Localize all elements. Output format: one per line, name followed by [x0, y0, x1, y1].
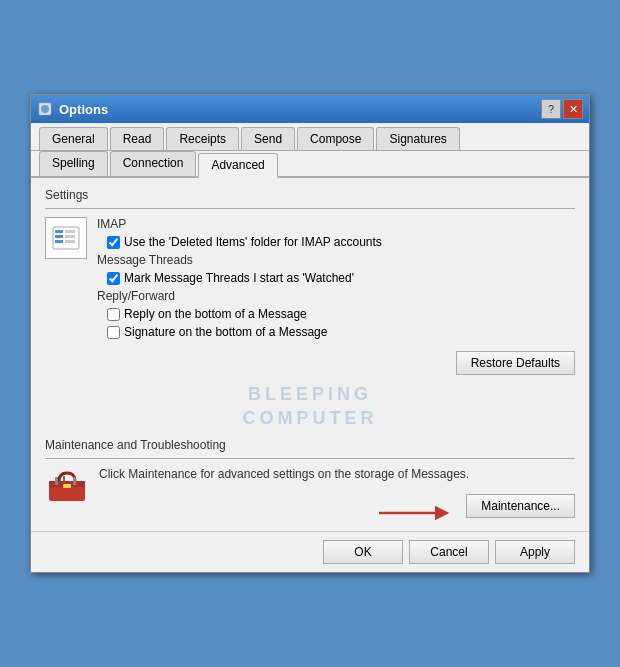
watermark-line1: BLEEPING	[45, 383, 575, 406]
maintenance-divider	[45, 458, 575, 459]
maintenance-text-area: Click Maintenance for advanced settings …	[99, 467, 575, 521]
reply-checkbox[interactable]	[107, 308, 120, 321]
svg-rect-14	[73, 477, 76, 485]
restore-row: Restore Defaults	[45, 351, 575, 375]
svg-rect-8	[65, 240, 75, 243]
apply-button[interactable]: Apply	[495, 540, 575, 564]
cancel-button[interactable]: Cancel	[409, 540, 489, 564]
tab-compose[interactable]: Compose	[297, 127, 374, 150]
svg-rect-4	[55, 235, 63, 238]
reply-checkbox-label: Reply on the bottom of a Message	[124, 307, 307, 321]
svg-rect-11	[63, 484, 71, 488]
imap-checkbox-row: Use the 'Deleted Items' folder for IMAP …	[107, 235, 575, 249]
list-icon	[51, 223, 81, 253]
watermark: BLEEPING COMPUTER	[45, 383, 575, 430]
svg-rect-5	[55, 240, 63, 243]
title-buttons: ? ✕	[541, 99, 583, 119]
maintenance-button[interactable]: Maintenance...	[466, 494, 575, 518]
options-window: Options ? ✕ General Read Receipts Send C…	[30, 94, 590, 573]
footer: OK Cancel Apply	[31, 531, 589, 572]
content-area: Settings IMAP	[31, 178, 589, 531]
maintenance-header: Maintenance and Troubleshooting	[45, 438, 575, 452]
maintenance-btn-row: Maintenance...	[99, 491, 575, 521]
svg-rect-12	[55, 477, 58, 485]
settings-area: IMAP Use the 'Deleted Items' folder for …	[45, 217, 575, 343]
settings-icon-box	[45, 217, 87, 259]
tab-connection[interactable]: Connection	[110, 151, 197, 176]
toolbox-svg	[45, 467, 89, 503]
reply-group-label: Reply/Forward	[97, 289, 575, 303]
restore-defaults-button[interactable]: Restore Defaults	[456, 351, 575, 375]
tab-receipts[interactable]: Receipts	[166, 127, 239, 150]
help-button[interactable]: ?	[541, 99, 561, 119]
ok-button[interactable]: OK	[323, 540, 403, 564]
settings-options: IMAP Use the 'Deleted Items' folder for …	[97, 217, 575, 343]
maintenance-section: Maintenance and Troubleshooting	[45, 438, 575, 521]
signature-checkbox[interactable]	[107, 326, 120, 339]
title-bar: Options ? ✕	[31, 95, 589, 123]
toolbox-icon	[45, 467, 89, 503]
signature-checkbox-label: Signature on the bottom of a Message	[124, 325, 327, 339]
tab-send[interactable]: Send	[241, 127, 295, 150]
threads-checkbox[interactable]	[107, 272, 120, 285]
svg-point-1	[41, 105, 49, 113]
threads-checkbox-label: Mark Message Threads I start as 'Watched…	[124, 271, 354, 285]
maintenance-area: Click Maintenance for advanced settings …	[45, 467, 575, 521]
close-button[interactable]: ✕	[563, 99, 583, 119]
svg-rect-3	[55, 230, 63, 233]
svg-rect-13	[63, 476, 65, 483]
settings-divider	[45, 208, 575, 209]
threads-group-label: Message Threads	[97, 253, 575, 267]
tab-read[interactable]: Read	[110, 127, 165, 150]
window-icon	[37, 101, 53, 117]
signature-checkbox-row: Signature on the bottom of a Message	[107, 325, 575, 339]
tab-advanced[interactable]: Advanced	[198, 153, 277, 178]
svg-rect-6	[65, 230, 75, 233]
tab-signatures[interactable]: Signatures	[376, 127, 459, 150]
window-title: Options	[59, 102, 108, 117]
threads-checkbox-row: Mark Message Threads I start as 'Watched…	[107, 271, 575, 285]
tab-row-2: Spelling Connection Advanced	[31, 151, 589, 178]
tab-general[interactable]: General	[39, 127, 108, 150]
imap-group-label: IMAP	[97, 217, 575, 231]
title-bar-left: Options	[37, 101, 108, 117]
reply-checkbox-row: Reply on the bottom of a Message	[107, 307, 575, 321]
maintenance-description: Click Maintenance for advanced settings …	[99, 467, 575, 481]
settings-header: Settings	[45, 188, 575, 202]
tab-spelling[interactable]: Spelling	[39, 151, 108, 176]
tab-row-1: General Read Receipts Send Compose Signa…	[31, 123, 589, 151]
imap-checkbox-label: Use the 'Deleted Items' folder for IMAP …	[124, 235, 382, 249]
arrow-icon	[374, 491, 454, 521]
imap-checkbox[interactable]	[107, 236, 120, 249]
svg-rect-7	[65, 235, 75, 238]
watermark-line2: COMPUTER	[45, 407, 575, 430]
